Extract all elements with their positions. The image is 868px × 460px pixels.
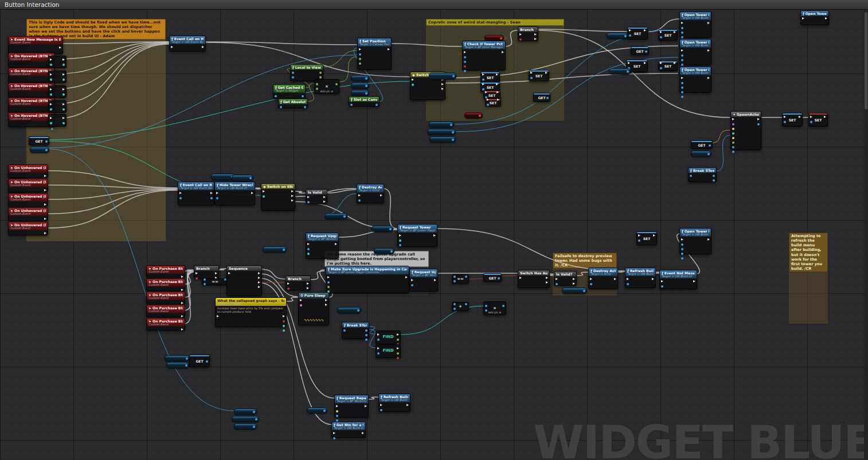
data-pin[interactable] <box>62 93 65 96</box>
data-pin[interactable] <box>629 34 631 37</box>
exec-pin[interactable] <box>323 196 326 198</box>
exec-pin[interactable] <box>434 279 436 281</box>
variable-pill[interactable] <box>562 288 587 294</box>
exec-pin[interactable] <box>502 51 504 53</box>
data-pin[interactable] <box>283 329 285 332</box>
exec-pin[interactable] <box>323 200 326 203</box>
break-stower-node[interactable]: ƒ Break STower <box>688 167 717 182</box>
data-pin[interactable] <box>50 64 52 66</box>
data-pin[interactable] <box>333 437 335 439</box>
open-tower-information-node[interactable]: ƒ Open Tower InformationTarget is UW Bui… <box>679 66 711 93</box>
exec-pin[interactable] <box>325 304 327 306</box>
exec-pin[interactable] <box>181 276 183 278</box>
exec-pin[interactable] <box>62 58 65 61</box>
data-pin[interactable] <box>62 64 65 66</box>
is-valid-node[interactable]: Is Valid? <box>554 271 577 286</box>
on-purchase-btn-5-clicked-node[interactable]: ➤ On Purchase Btn 5 ClickedCustom Event <box>146 318 185 331</box>
what-the-collapsed-graph-says-sean-node[interactable]: What the collapsed graph says - SeanColl… <box>215 297 287 327</box>
exec-pin[interactable] <box>757 118 760 120</box>
exec-pin[interactable] <box>258 281 260 284</box>
set-set-node[interactable]: SET <box>658 29 678 41</box>
event-not-messaged-not-build-node[interactable]: ƒ Event Not Messaged (Not Build)Target i… <box>659 270 697 289</box>
setr-set-node[interactable]: SET <box>808 113 828 127</box>
exec-pin[interactable] <box>59 46 61 49</box>
data-pin[interactable] <box>732 141 734 144</box>
exec-pin[interactable] <box>707 77 710 79</box>
data-pin[interactable] <box>627 70 629 73</box>
data-pin[interactable] <box>784 121 786 123</box>
request-upgrade-node[interactable]: ƒ Request UpgradeTarget is BP Workshop <box>306 233 339 259</box>
exec-pin[interactable] <box>287 282 290 285</box>
data-pin[interactable] <box>343 329 346 332</box>
data-pin[interactable] <box>319 72 322 74</box>
get-get-node[interactable]: GET <box>691 140 713 149</box>
data-pin[interactable] <box>590 283 592 285</box>
-node[interactable]: ×Add pin ⊕ <box>314 79 339 94</box>
mini-node[interactable] <box>48 100 67 113</box>
data-pin[interactable] <box>249 177 252 179</box>
exec-pin[interactable] <box>307 287 309 289</box>
exec-pin[interactable] <box>652 278 654 280</box>
exec-pin[interactable] <box>441 83 444 85</box>
switch-has-authority-node[interactable]: Switch Has Authority <box>518 270 550 288</box>
data-pin[interactable] <box>292 72 294 74</box>
data-pin[interactable] <box>389 228 392 230</box>
data-pin[interactable] <box>681 253 683 255</box>
exec-pin[interactable] <box>644 29 646 32</box>
exec-pin[interactable] <box>629 29 631 32</box>
data-pin[interactable] <box>661 285 663 288</box>
exec-pin[interactable] <box>397 347 399 349</box>
exec-pin[interactable] <box>546 281 548 284</box>
data-pin[interactable] <box>411 284 413 286</box>
data-pin[interactable] <box>452 139 454 141</box>
data-pin[interactable] <box>336 415 338 417</box>
scrollbar-thumb[interactable] <box>865 12 867 109</box>
data-pin[interactable] <box>50 93 52 96</box>
data-pin[interactable] <box>638 239 640 242</box>
exec-pin[interactable] <box>661 280 663 282</box>
data-pin[interactable] <box>732 146 734 148</box>
data-pin[interactable] <box>453 308 456 310</box>
open-tower-information-node[interactable]: ƒ Open Tower InformationTarget is UW Bui… <box>679 39 711 65</box>
data-pin[interactable] <box>465 303 467 305</box>
request-repair-node[interactable]: ƒ Request RepairTarget is BP Workshop <box>334 395 369 418</box>
data-pin[interactable] <box>302 95 304 97</box>
exec-pin[interactable] <box>327 276 330 278</box>
exec-pin[interactable] <box>181 302 183 304</box>
mini-node[interactable] <box>48 70 67 83</box>
data-pin[interactable] <box>732 137 734 139</box>
exec-pin[interactable] <box>335 243 337 245</box>
variable-pill[interactable] <box>351 75 369 81</box>
data-pin[interactable] <box>359 53 361 56</box>
data-pin[interactable] <box>287 288 290 290</box>
data-pin[interactable] <box>482 78 484 81</box>
data-pin[interactable] <box>732 123 734 125</box>
data-pin[interactable] <box>453 276 456 278</box>
exec-pin[interactable] <box>171 46 173 48</box>
variable-pill[interactable] <box>464 112 483 119</box>
exec-pin[interactable] <box>377 333 380 336</box>
exec-pin[interactable] <box>44 189 46 191</box>
exec-pin[interactable] <box>377 347 380 349</box>
variable-pill[interactable] <box>374 248 394 254</box>
request-tower-node[interactable]: ƒ Request TowerTarget is BP Looter Playe… <box>397 224 437 247</box>
exec-pin[interactable] <box>62 117 65 119</box>
variable-pill[interactable] <box>232 416 259 422</box>
pure-sleep-node[interactable]: ⏱ Pure Sleep∿∿∿∿∿∿∿ <box>298 292 329 325</box>
exec-pin[interactable] <box>433 234 436 237</box>
exec-pin[interactable] <box>406 404 409 406</box>
exec-pin[interactable] <box>485 91 487 93</box>
data-pin[interactable] <box>292 76 294 78</box>
exec-pin[interactable] <box>202 46 204 48</box>
data-pin[interactable] <box>357 309 359 312</box>
branch-node[interactable]: Branch <box>518 26 538 41</box>
set-set-node[interactable]: SET <box>782 113 803 127</box>
data-pin[interactable] <box>365 329 367 332</box>
data-pin[interactable] <box>283 249 285 251</box>
data-pin[interactable] <box>583 290 585 292</box>
exec-pin[interactable] <box>307 243 310 245</box>
data-pin[interactable] <box>399 244 401 246</box>
exec-pin[interactable] <box>44 218 46 220</box>
data-pin[interactable] <box>624 35 627 37</box>
exec-pin[interactable] <box>802 17 804 19</box>
